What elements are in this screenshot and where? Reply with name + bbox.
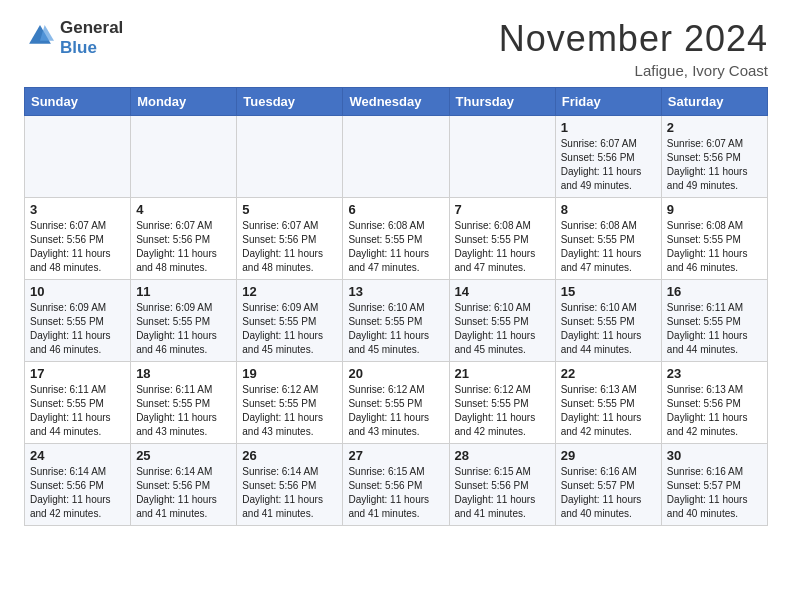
day-number: 15 bbox=[561, 284, 656, 299]
header-thursday: Thursday bbox=[449, 88, 555, 116]
logo-blue: Blue bbox=[60, 38, 97, 57]
day-number: 8 bbox=[561, 202, 656, 217]
day-content: Sunrise: 6:14 AMSunset: 5:56 PMDaylight:… bbox=[242, 465, 337, 521]
logo-icon bbox=[26, 22, 54, 50]
day-number: 24 bbox=[30, 448, 125, 463]
table-row: 25Sunrise: 6:14 AMSunset: 5:56 PMDayligh… bbox=[131, 444, 237, 526]
calendar-body: 1Sunrise: 6:07 AMSunset: 5:56 PMDaylight… bbox=[25, 116, 768, 526]
day-number: 22 bbox=[561, 366, 656, 381]
day-content: Sunrise: 6:09 AMSunset: 5:55 PMDaylight:… bbox=[242, 301, 337, 357]
location: Lafigue, Ivory Coast bbox=[499, 62, 768, 79]
day-number: 10 bbox=[30, 284, 125, 299]
table-row: 28Sunrise: 6:15 AMSunset: 5:56 PMDayligh… bbox=[449, 444, 555, 526]
table-row: 30Sunrise: 6:16 AMSunset: 5:57 PMDayligh… bbox=[661, 444, 767, 526]
table-row: 19Sunrise: 6:12 AMSunset: 5:55 PMDayligh… bbox=[237, 362, 343, 444]
day-number: 5 bbox=[242, 202, 337, 217]
header-saturday: Saturday bbox=[661, 88, 767, 116]
day-content: Sunrise: 6:07 AMSunset: 5:56 PMDaylight:… bbox=[561, 137, 656, 193]
day-content: Sunrise: 6:15 AMSunset: 5:56 PMDaylight:… bbox=[348, 465, 443, 521]
table-row: 3Sunrise: 6:07 AMSunset: 5:56 PMDaylight… bbox=[25, 198, 131, 280]
day-number: 18 bbox=[136, 366, 231, 381]
header-sunday: Sunday bbox=[25, 88, 131, 116]
calendar-table: Sunday Monday Tuesday Wednesday Thursday… bbox=[24, 87, 768, 526]
calendar-header: Sunday Monday Tuesday Wednesday Thursday… bbox=[25, 88, 768, 116]
day-content: Sunrise: 6:14 AMSunset: 5:56 PMDaylight:… bbox=[30, 465, 125, 521]
day-number: 11 bbox=[136, 284, 231, 299]
day-content: Sunrise: 6:11 AMSunset: 5:55 PMDaylight:… bbox=[667, 301, 762, 357]
table-row: 4Sunrise: 6:07 AMSunset: 5:56 PMDaylight… bbox=[131, 198, 237, 280]
table-row: 13Sunrise: 6:10 AMSunset: 5:55 PMDayligh… bbox=[343, 280, 449, 362]
day-number: 12 bbox=[242, 284, 337, 299]
table-row: 18Sunrise: 6:11 AMSunset: 5:55 PMDayligh… bbox=[131, 362, 237, 444]
day-number: 3 bbox=[30, 202, 125, 217]
day-content: Sunrise: 6:08 AMSunset: 5:55 PMDaylight:… bbox=[348, 219, 443, 275]
table-row: 12Sunrise: 6:09 AMSunset: 5:55 PMDayligh… bbox=[237, 280, 343, 362]
table-row: 11Sunrise: 6:09 AMSunset: 5:55 PMDayligh… bbox=[131, 280, 237, 362]
header-monday: Monday bbox=[131, 88, 237, 116]
day-content: Sunrise: 6:07 AMSunset: 5:56 PMDaylight:… bbox=[242, 219, 337, 275]
day-number: 16 bbox=[667, 284, 762, 299]
day-content: Sunrise: 6:07 AMSunset: 5:56 PMDaylight:… bbox=[136, 219, 231, 275]
table-row: 9Sunrise: 6:08 AMSunset: 5:55 PMDaylight… bbox=[661, 198, 767, 280]
table-row: 22Sunrise: 6:13 AMSunset: 5:55 PMDayligh… bbox=[555, 362, 661, 444]
day-content: Sunrise: 6:16 AMSunset: 5:57 PMDaylight:… bbox=[667, 465, 762, 521]
day-number: 19 bbox=[242, 366, 337, 381]
day-content: Sunrise: 6:12 AMSunset: 5:55 PMDaylight:… bbox=[455, 383, 550, 439]
day-content: Sunrise: 6:10 AMSunset: 5:55 PMDaylight:… bbox=[455, 301, 550, 357]
header-tuesday: Tuesday bbox=[237, 88, 343, 116]
day-content: Sunrise: 6:11 AMSunset: 5:55 PMDaylight:… bbox=[136, 383, 231, 439]
day-number: 13 bbox=[348, 284, 443, 299]
day-number: 23 bbox=[667, 366, 762, 381]
day-content: Sunrise: 6:12 AMSunset: 5:55 PMDaylight:… bbox=[348, 383, 443, 439]
day-number: 14 bbox=[455, 284, 550, 299]
day-content: Sunrise: 6:09 AMSunset: 5:55 PMDaylight:… bbox=[30, 301, 125, 357]
day-content: Sunrise: 6:15 AMSunset: 5:56 PMDaylight:… bbox=[455, 465, 550, 521]
table-row: 8Sunrise: 6:08 AMSunset: 5:55 PMDaylight… bbox=[555, 198, 661, 280]
title-area: November 2024 Lafigue, Ivory Coast bbox=[499, 18, 768, 79]
header-wednesday: Wednesday bbox=[343, 88, 449, 116]
table-row: 23Sunrise: 6:13 AMSunset: 5:56 PMDayligh… bbox=[661, 362, 767, 444]
day-content: Sunrise: 6:08 AMSunset: 5:55 PMDaylight:… bbox=[667, 219, 762, 275]
table-row: 1Sunrise: 6:07 AMSunset: 5:56 PMDaylight… bbox=[555, 116, 661, 198]
day-content: Sunrise: 6:12 AMSunset: 5:55 PMDaylight:… bbox=[242, 383, 337, 439]
day-content: Sunrise: 6:07 AMSunset: 5:56 PMDaylight:… bbox=[30, 219, 125, 275]
table-row bbox=[25, 116, 131, 198]
table-row: 15Sunrise: 6:10 AMSunset: 5:55 PMDayligh… bbox=[555, 280, 661, 362]
table-row: 27Sunrise: 6:15 AMSunset: 5:56 PMDayligh… bbox=[343, 444, 449, 526]
day-content: Sunrise: 6:13 AMSunset: 5:55 PMDaylight:… bbox=[561, 383, 656, 439]
table-row: 20Sunrise: 6:12 AMSunset: 5:55 PMDayligh… bbox=[343, 362, 449, 444]
table-row bbox=[237, 116, 343, 198]
day-number: 29 bbox=[561, 448, 656, 463]
day-number: 4 bbox=[136, 202, 231, 217]
day-number: 27 bbox=[348, 448, 443, 463]
table-row: 6Sunrise: 6:08 AMSunset: 5:55 PMDaylight… bbox=[343, 198, 449, 280]
table-row: 29Sunrise: 6:16 AMSunset: 5:57 PMDayligh… bbox=[555, 444, 661, 526]
table-row: 21Sunrise: 6:12 AMSunset: 5:55 PMDayligh… bbox=[449, 362, 555, 444]
table-row: 17Sunrise: 6:11 AMSunset: 5:55 PMDayligh… bbox=[25, 362, 131, 444]
logo: General Blue bbox=[24, 18, 123, 57]
day-number: 28 bbox=[455, 448, 550, 463]
day-number: 20 bbox=[348, 366, 443, 381]
table-row: 14Sunrise: 6:10 AMSunset: 5:55 PMDayligh… bbox=[449, 280, 555, 362]
table-row bbox=[343, 116, 449, 198]
day-number: 17 bbox=[30, 366, 125, 381]
day-content: Sunrise: 6:07 AMSunset: 5:56 PMDaylight:… bbox=[667, 137, 762, 193]
day-number: 25 bbox=[136, 448, 231, 463]
day-content: Sunrise: 6:11 AMSunset: 5:55 PMDaylight:… bbox=[30, 383, 125, 439]
logo-general: General bbox=[60, 18, 123, 37]
table-row: 24Sunrise: 6:14 AMSunset: 5:56 PMDayligh… bbox=[25, 444, 131, 526]
day-number: 9 bbox=[667, 202, 762, 217]
month-title: November 2024 bbox=[499, 18, 768, 60]
table-row bbox=[131, 116, 237, 198]
table-row: 26Sunrise: 6:14 AMSunset: 5:56 PMDayligh… bbox=[237, 444, 343, 526]
day-content: Sunrise: 6:10 AMSunset: 5:55 PMDaylight:… bbox=[348, 301, 443, 357]
table-row: 7Sunrise: 6:08 AMSunset: 5:55 PMDaylight… bbox=[449, 198, 555, 280]
table-row bbox=[449, 116, 555, 198]
day-number: 21 bbox=[455, 366, 550, 381]
day-number: 26 bbox=[242, 448, 337, 463]
day-content: Sunrise: 6:10 AMSunset: 5:55 PMDaylight:… bbox=[561, 301, 656, 357]
day-content: Sunrise: 6:13 AMSunset: 5:56 PMDaylight:… bbox=[667, 383, 762, 439]
table-row: 10Sunrise: 6:09 AMSunset: 5:55 PMDayligh… bbox=[25, 280, 131, 362]
table-row: 5Sunrise: 6:07 AMSunset: 5:56 PMDaylight… bbox=[237, 198, 343, 280]
day-number: 7 bbox=[455, 202, 550, 217]
